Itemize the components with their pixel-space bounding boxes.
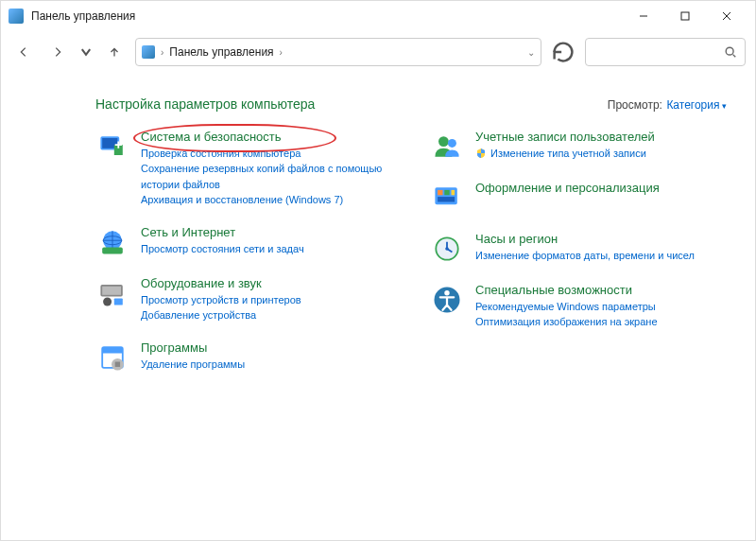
forward-button[interactable]: [44, 39, 71, 65]
svg-point-20: [448, 139, 456, 148]
svg-point-29: [444, 290, 449, 295]
clock-icon: [430, 232, 464, 266]
svg-rect-22: [438, 190, 442, 195]
svg-rect-24: [452, 190, 455, 195]
content-area: Настройка параметров компьютера Просмотр…: [1, 73, 755, 540]
users-icon: [430, 130, 464, 164]
access-icon: [430, 283, 464, 317]
svg-point-27: [445, 247, 449, 251]
svg-point-13: [103, 297, 112, 305]
recent-button[interactable]: [78, 39, 94, 65]
back-button[interactable]: [10, 39, 37, 65]
network-icon: [95, 225, 129, 259]
programs-icon: [95, 340, 129, 375]
svg-rect-23: [444, 190, 449, 195]
category-link[interactable]: Просмотр состояния сети и задач: [141, 241, 392, 257]
system-icon: [95, 130, 129, 164]
breadcrumb-icon: [142, 45, 155, 59]
category-hardware: Оборудование и звукПросмотр устройств и …: [95, 276, 392, 323]
breadcrumb-root[interactable]: Панель управления: [169, 45, 273, 59]
category-title[interactable]: Оборудование и звук: [141, 276, 392, 292]
svg-point-19: [438, 136, 449, 147]
svg-rect-16: [102, 347, 123, 353]
svg-line-5: [733, 55, 736, 58]
toolbar: › Панель управления › ⌄: [1, 31, 755, 73]
category-link[interactable]: Рекомендуемые Windows параметры: [475, 299, 727, 315]
search-icon: [724, 45, 737, 59]
svg-rect-18: [115, 361, 120, 366]
category-link[interactable]: Архивация и восстановление (Windows 7): [141, 192, 392, 208]
category-link[interactable]: Изменение типа учетной записи: [475, 146, 727, 162]
svg-rect-10: [102, 247, 123, 253]
category-system: Система и безопасностьПроверка состояния…: [95, 130, 392, 208]
page-title: Настройка параметров компьютера: [95, 96, 315, 112]
svg-rect-25: [438, 197, 455, 201]
search-input[interactable]: [585, 38, 746, 66]
category-appearance: Оформление и персонализация: [430, 181, 727, 215]
category-link[interactable]: Сохранение резервных копий файлов с помо…: [141, 161, 392, 192]
category-title[interactable]: Оформление и персонализация: [475, 181, 727, 197]
category-link[interactable]: Изменение форматов даты, времени и чисел: [475, 248, 727, 264]
category-link[interactable]: Проверка состояния компьютера: [141, 146, 392, 162]
up-button[interactable]: [101, 39, 128, 65]
app-icon: [9, 9, 24, 24]
category-link[interactable]: Удаление программы: [141, 357, 392, 373]
view-label: Просмотр:: [608, 98, 662, 112]
address-bar[interactable]: › Панель управления › ⌄: [135, 38, 541, 66]
chevron-down-icon[interactable]: ⌄: [527, 47, 535, 58]
chevron-right-icon: ›: [161, 47, 163, 58]
maximize-button[interactable]: [664, 3, 706, 29]
category-clock: Часы и регионИзменение форматов даты, вр…: [430, 232, 727, 266]
minimize-button[interactable]: [623, 3, 664, 29]
svg-rect-12: [102, 287, 121, 295]
window-title: Панель управления: [31, 9, 623, 23]
titlebar: Панель управления: [1, 1, 755, 31]
category-title[interactable]: Часы и регион: [475, 232, 727, 248]
category-users: Учетные записи пользователейИзменение ти…: [430, 130, 727, 164]
category-network: Сеть и ИнтернетПросмотр состояния сети и…: [95, 225, 392, 259]
svg-rect-14: [114, 298, 123, 305]
category-title[interactable]: Система и безопасность: [141, 130, 392, 146]
category-link[interactable]: Добавление устройства: [141, 307, 392, 323]
svg-point-4: [726, 47, 733, 55]
category-title[interactable]: Программы: [141, 340, 392, 357]
category-title[interactable]: Учетные записи пользователей: [475, 130, 727, 146]
close-button[interactable]: [706, 3, 747, 29]
category-title[interactable]: Специальные возможности: [475, 283, 727, 299]
appearance-icon: [430, 181, 464, 215]
category-link[interactable]: Оптимизация изображения на экране: [475, 314, 727, 330]
svg-rect-1: [681, 12, 689, 20]
category-programs: ПрограммыУдаление программы: [95, 340, 392, 375]
category-title[interactable]: Сеть и Интернет: [141, 225, 392, 241]
hardware-icon: [95, 276, 129, 310]
view-dropdown[interactable]: Категория: [666, 98, 727, 112]
category-link[interactable]: Просмотр устройств и принтеров: [141, 292, 392, 308]
chevron-right-icon: ›: [280, 47, 283, 58]
category-access: Специальные возможностиРекомендуемые Win…: [430, 283, 727, 330]
refresh-button[interactable]: [549, 38, 577, 66]
